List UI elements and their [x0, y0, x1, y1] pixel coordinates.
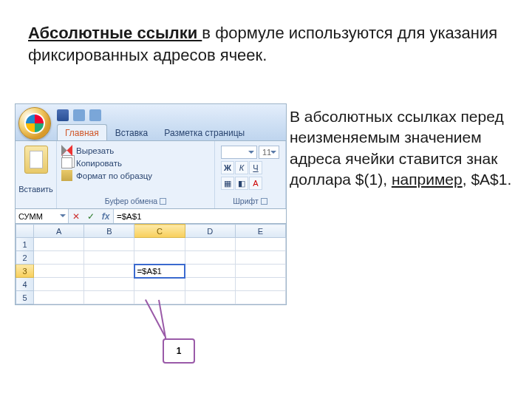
border-button[interactable]: ▦: [221, 177, 234, 190]
row-header-5[interactable]: 5: [16, 291, 34, 304]
cell[interactable]: [84, 238, 134, 251]
col-header-c[interactable]: C: [134, 225, 185, 238]
cell[interactable]: [84, 265, 134, 278]
side-part2: , $A$1.: [463, 171, 512, 188]
copy-icon: [61, 157, 72, 168]
tab-home[interactable]: Главная: [57, 124, 107, 140]
worksheet-grid[interactable]: A B C D E 1 2 3=$A$1 4 5: [16, 224, 286, 304]
underline-button[interactable]: Ч: [249, 161, 262, 174]
cut-label: Вырезать: [76, 146, 114, 155]
ribbon: Вставить Вырезать Копировать Формат по о…: [16, 141, 286, 209]
col-header-a[interactable]: A: [34, 225, 84, 238]
font-size-combo[interactable]: 11: [259, 146, 279, 159]
cell[interactable]: [185, 265, 235, 278]
cell[interactable]: [134, 238, 185, 251]
bold-button[interactable]: Ж: [221, 161, 234, 174]
cell[interactable]: [235, 251, 285, 265]
font-name-combo[interactable]: [221, 146, 257, 159]
cell[interactable]: [185, 251, 235, 265]
side-underlined: например: [392, 171, 463, 188]
font-group-label: Шрифт: [219, 195, 281, 207]
row-header-4[interactable]: 4: [16, 278, 34, 291]
cell[interactable]: [235, 265, 285, 278]
cell[interactable]: [84, 251, 134, 265]
cell[interactable]: [185, 238, 235, 251]
heading: Абсолютные ссылки в формуле используются…: [28, 22, 501, 66]
redo-icon[interactable]: [89, 109, 101, 121]
callout-label: 1: [177, 346, 182, 356]
tab-insert[interactable]: Вставка: [107, 124, 157, 140]
ribbon-group-font: 11 Ж К Ч ▦ ◧ A Шрифт: [215, 141, 286, 208]
cell[interactable]: [34, 265, 84, 278]
undo-icon[interactable]: [73, 109, 85, 121]
format-label: Формат по образцу: [76, 171, 152, 180]
cell[interactable]: [34, 278, 84, 291]
col-header-b[interactable]: B: [84, 225, 134, 238]
copy-button[interactable]: Копировать: [61, 157, 210, 169]
cell[interactable]: [34, 238, 84, 251]
callout-connector: [158, 300, 167, 341]
formula-input[interactable]: =$A$1: [114, 209, 286, 223]
scissors-icon: [61, 145, 72, 156]
side-paragraph: В абсолютных ссылках перед неизменяемым …: [290, 106, 526, 190]
cell[interactable]: [235, 291, 285, 304]
cell[interactable]: [185, 291, 235, 304]
fx-icon[interactable]: fx: [98, 211, 113, 222]
ribbon-group-clipboard: Вырезать Копировать Формат по образцу Бу…: [57, 141, 215, 208]
cell[interactable]: [34, 251, 84, 265]
tab-page-layout[interactable]: Разметка страницы: [156, 124, 253, 140]
excel-window: Главная Вставка Разметка страницы Встави…: [15, 103, 287, 305]
brush-icon: [61, 170, 72, 181]
name-box[interactable]: СУММ: [16, 209, 69, 223]
row-header-2[interactable]: 2: [16, 251, 34, 265]
formula-bar: СУММ ✕ ✓ fx =$A$1: [16, 209, 286, 224]
dialog-launcher-icon[interactable]: [261, 198, 267, 205]
office-logo-icon: [24, 113, 45, 134]
callout-box: 1: [163, 338, 195, 364]
col-header-e[interactable]: E: [235, 225, 285, 238]
cancel-icon[interactable]: ✕: [69, 211, 83, 222]
col-header-d[interactable]: D: [185, 225, 235, 238]
cell[interactable]: [235, 238, 285, 251]
office-button[interactable]: [18, 107, 51, 140]
cell[interactable]: [34, 291, 84, 304]
cell[interactable]: [84, 291, 134, 304]
select-all-corner[interactable]: [16, 225, 34, 238]
quick-access-toolbar: [16, 104, 286, 123]
clipboard-group-label: Буфер обмена: [61, 195, 210, 207]
cell[interactable]: [185, 278, 235, 291]
cell[interactable]: [235, 278, 285, 291]
cell[interactable]: [134, 251, 185, 265]
row-header-3[interactable]: 3: [16, 265, 34, 278]
copy-label: Копировать: [76, 159, 122, 168]
save-icon[interactable]: [57, 109, 69, 121]
format-painter-button[interactable]: Формат по образцу: [61, 169, 210, 182]
paste-label[interactable]: Вставить: [18, 185, 53, 194]
italic-button[interactable]: К: [235, 161, 248, 174]
cut-button[interactable]: Вырезать: [61, 144, 210, 157]
cell-c3[interactable]: =$A$1: [134, 265, 185, 278]
enter-icon[interactable]: ✓: [83, 211, 98, 222]
paste-icon[interactable]: [24, 146, 48, 174]
font-color-button[interactable]: A: [249, 177, 262, 190]
dialog-launcher-icon[interactable]: [160, 198, 166, 205]
ribbon-tabs: Главная Вставка Разметка страницы: [16, 123, 286, 141]
cell[interactable]: [84, 278, 134, 291]
ribbon-group-paste: Вставить: [16, 141, 57, 208]
fill-color-button[interactable]: ◧: [235, 177, 248, 190]
heading-underlined: Абсолютные ссылки: [28, 24, 202, 42]
row-header-1[interactable]: 1: [16, 238, 34, 251]
cell[interactable]: [134, 278, 185, 291]
